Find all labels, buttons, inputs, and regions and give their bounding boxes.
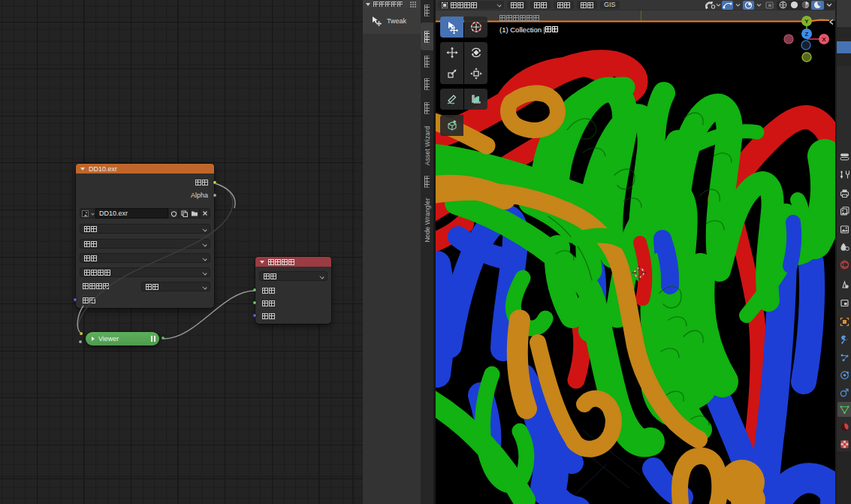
svg-text:Z: Z bbox=[805, 31, 809, 38]
svg-text:Y: Y bbox=[804, 18, 809, 25]
svg-text:X: X bbox=[822, 36, 826, 43]
